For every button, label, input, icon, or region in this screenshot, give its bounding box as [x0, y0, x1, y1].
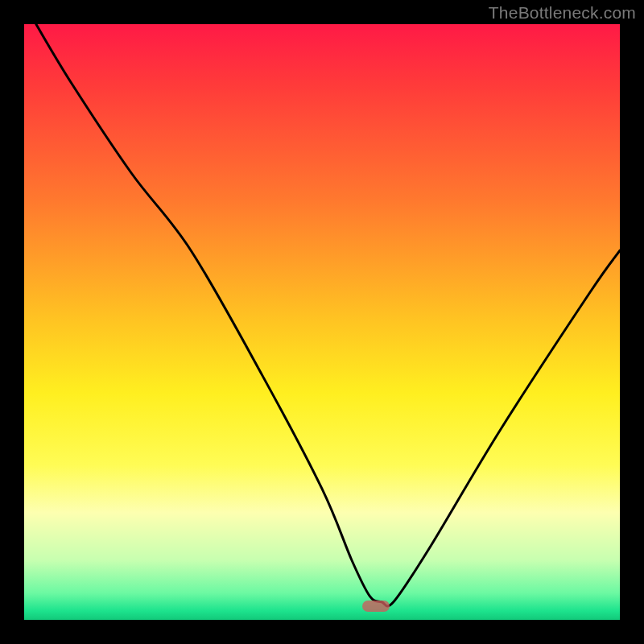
plot-area: [24, 24, 620, 620]
watermark-text: TheBottleneck.com: [489, 3, 636, 23]
bottleneck-curve: [24, 24, 620, 620]
chart-frame: TheBottleneck.com: [0, 0, 644, 644]
optimal-marker: [362, 601, 390, 612]
